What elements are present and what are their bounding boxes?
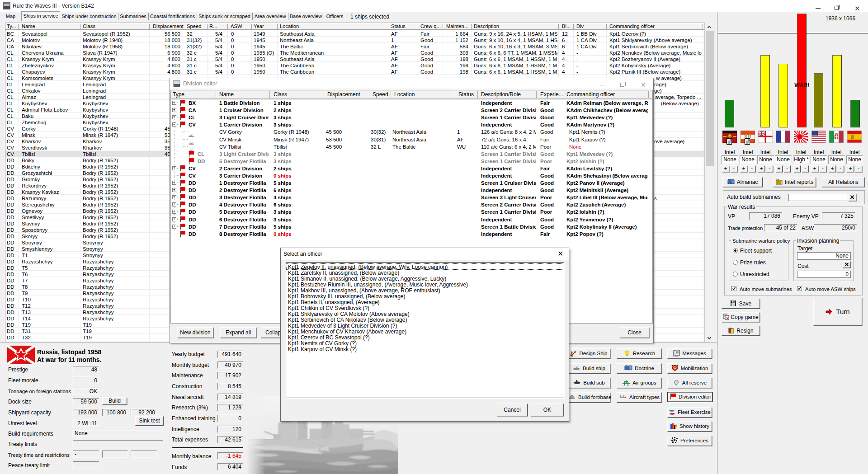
svg-text:21: 21	[318, 444, 326, 452]
